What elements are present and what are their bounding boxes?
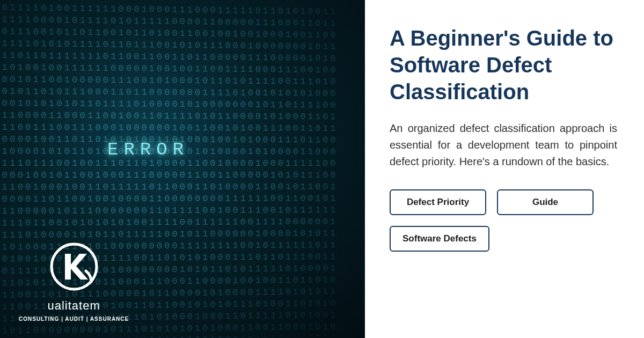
error-label: ERROR: [107, 139, 189, 160]
tag-guide[interactable]: Guide: [497, 189, 594, 215]
logo-mark-icon: [47, 240, 101, 293]
tag-defect-priority[interactable]: Defect Priority: [390, 189, 486, 215]
content-panel: A Beginner's Guide to Software Defect Cl…: [365, 0, 644, 338]
logo-tagline: CONSULTING | AUDIT | ASSURANCE: [19, 316, 129, 322]
page-description: An organized defect classification appro…: [390, 120, 617, 170]
tag-software-defects[interactable]: Software Defects: [390, 226, 489, 252]
page-title: A Beginner's Guide to Software Defect Cl…: [390, 25, 617, 105]
hero-image-panel: 0111101001111110001000111000111110110101…: [0, 0, 365, 338]
tag-group: Defect Priority Guide Software Defects: [390, 189, 617, 252]
brand-logo: ualitatem CONSULTING | AUDIT | ASSURANCE: [19, 240, 129, 322]
logo-name: ualitatem: [19, 299, 129, 313]
